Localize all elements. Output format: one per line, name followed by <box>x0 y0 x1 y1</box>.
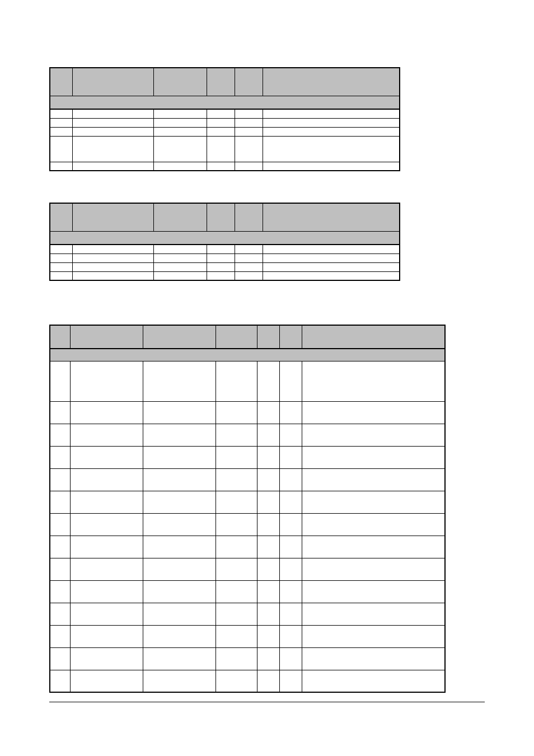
table-cell <box>72 253 153 262</box>
table-row <box>50 580 445 603</box>
table-cell <box>257 670 279 692</box>
table-cell <box>235 162 263 171</box>
table-cell <box>216 446 257 468</box>
table-cell <box>50 424 70 446</box>
table-cell <box>257 558 279 580</box>
table-cell <box>263 245 400 253</box>
table-row <box>50 401 445 424</box>
table-cell <box>263 253 400 262</box>
table-cell <box>143 625 216 647</box>
table-cell <box>279 446 302 468</box>
table-3-header-cell <box>216 325 257 349</box>
table-cell <box>302 468 445 491</box>
table-1-band-row <box>50 96 400 109</box>
table-row <box>50 118 400 127</box>
table-1-header-row <box>50 68 400 96</box>
table-cell <box>143 536 216 558</box>
table-row <box>50 253 400 262</box>
table-cell <box>207 127 235 136</box>
table-cell <box>50 109 72 118</box>
table-cell <box>72 271 153 280</box>
table-3-band-row <box>50 349 445 361</box>
table-cell <box>235 136 263 162</box>
table-cell <box>279 401 302 424</box>
table-cell <box>50 118 72 127</box>
table-cell <box>143 670 216 692</box>
table-cell <box>279 513 302 536</box>
table-cell <box>279 491 302 513</box>
table-cell <box>70 468 143 491</box>
table-cell <box>263 162 400 171</box>
table-1-band-cell <box>50 96 400 109</box>
table-row <box>50 262 400 271</box>
table-cell <box>50 513 70 536</box>
table-cell <box>302 401 445 424</box>
table-cell <box>302 647 445 670</box>
table-cell <box>207 271 235 280</box>
table-cell <box>279 580 302 603</box>
table-cell <box>263 136 400 162</box>
table-cell <box>257 468 279 491</box>
table-row <box>50 446 445 468</box>
table-cell <box>50 245 72 253</box>
table-cell <box>70 647 143 670</box>
table-cell <box>257 513 279 536</box>
table-cell <box>257 446 279 468</box>
table-cell <box>50 162 72 171</box>
table-cell <box>153 136 207 162</box>
table-cell <box>70 446 143 468</box>
table-cell <box>279 361 302 401</box>
table-3-header-cell <box>279 325 302 349</box>
table-cell <box>216 536 257 558</box>
table-cell <box>50 468 70 491</box>
table-cell <box>216 647 257 670</box>
table-cell <box>70 580 143 603</box>
table-cell <box>153 262 207 271</box>
table-cell <box>72 262 153 271</box>
table-cell <box>279 647 302 670</box>
table-cell <box>143 513 216 536</box>
table-cell <box>257 580 279 603</box>
table-cell <box>279 603 302 625</box>
table-cell <box>50 127 72 136</box>
table-row <box>50 245 400 253</box>
table-cell <box>50 401 70 424</box>
table-cell <box>257 401 279 424</box>
table-cell <box>207 109 235 118</box>
table-cell <box>50 558 70 580</box>
table-1-header-cell <box>72 68 153 96</box>
table-cell <box>235 127 263 136</box>
table-row <box>50 647 445 670</box>
table-cell <box>257 491 279 513</box>
table-cell <box>70 625 143 647</box>
table-row <box>50 136 400 162</box>
table-cell <box>263 271 400 280</box>
table-2-header-cell <box>207 203 235 231</box>
table-row <box>50 536 445 558</box>
table-row <box>50 361 445 401</box>
table-cell <box>302 491 445 513</box>
table-cell <box>216 361 257 401</box>
table-cell <box>216 558 257 580</box>
table-cell <box>72 245 153 253</box>
table-cell <box>263 127 400 136</box>
table-3-header-cell <box>302 325 445 349</box>
table-cell <box>279 558 302 580</box>
table-cell <box>50 580 70 603</box>
table-cell <box>207 253 235 262</box>
table-cell <box>70 401 143 424</box>
table-cell <box>143 647 216 670</box>
table-cell <box>216 468 257 491</box>
table-cell <box>257 625 279 647</box>
table-cell <box>143 361 216 401</box>
table-cell <box>50 491 70 513</box>
table-2-header-row <box>50 203 400 231</box>
table-3 <box>49 325 444 693</box>
table-3-band-cell <box>50 349 445 361</box>
table-cell <box>257 647 279 670</box>
table-cell <box>216 625 257 647</box>
table-cell <box>235 109 263 118</box>
table-2-header-cell <box>72 203 153 231</box>
table-cell <box>143 468 216 491</box>
table-cell <box>50 271 72 280</box>
